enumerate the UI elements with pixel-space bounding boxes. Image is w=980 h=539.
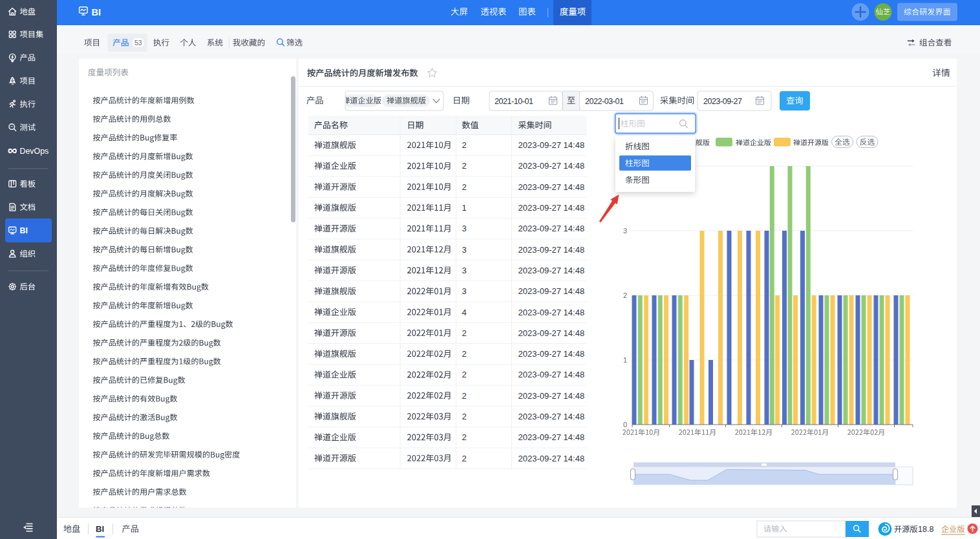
svg-text:2: 2 <box>623 291 627 299</box>
svg-text:3: 3 <box>462 266 467 275</box>
svg-text:BI: BI <box>96 524 104 534</box>
svg-text:2: 2 <box>462 454 467 463</box>
svg-text:BI: BI <box>20 226 28 235</box>
svg-text:2: 2 <box>462 391 467 401</box>
svg-text:2: 2 <box>462 349 467 359</box>
svg-text:2023-09-27 14:48: 2023-09-27 14:48 <box>518 308 585 317</box>
svg-text:2023-09-27 14:48: 2023-09-27 14:48 <box>518 391 585 401</box>
svg-text:2023-09-27 14:48: 2023-09-27 14:48 <box>518 349 585 359</box>
svg-text:1: 1 <box>623 356 627 364</box>
svg-text:53: 53 <box>134 39 142 47</box>
svg-text:DevOps: DevOps <box>20 147 49 156</box>
svg-text:2023-09-27 14:48: 2023-09-27 14:48 <box>518 432 585 442</box>
svg-text:2022-03-01: 2022-03-01 <box>585 97 624 106</box>
svg-text:2023-09-27 14:48: 2023-09-27 14:48 <box>518 245 585 255</box>
svg-text:18.8: 18.8 <box>918 525 934 534</box>
svg-text:3: 3 <box>623 227 627 235</box>
svg-text:3: 3 <box>462 286 467 296</box>
svg-text:2: 2 <box>462 432 467 442</box>
svg-text:2021-10-01: 2021-10-01 <box>495 97 533 106</box>
svg-text:2023-09-27 14:48: 2023-09-27 14:48 <box>518 454 585 463</box>
svg-text:2: 2 <box>462 161 467 171</box>
svg-text:2023-09-27 14:48: 2023-09-27 14:48 <box>518 224 585 233</box>
svg-text:2023-09-27 14:48: 2023-09-27 14:48 <box>518 203 585 213</box>
svg-text:0: 0 <box>623 421 627 428</box>
svg-text:2: 2 <box>462 182 467 192</box>
svg-text:1: 1 <box>462 203 467 213</box>
svg-text:4: 4 <box>462 308 467 317</box>
svg-text:2023-09-27 14:48: 2023-09-27 14:48 <box>518 286 585 296</box>
svg-text:3: 3 <box>462 245 467 255</box>
svg-text:2023-09-27 14:48: 2023-09-27 14:48 <box>518 161 585 171</box>
svg-text:2023-09-27 14:48: 2023-09-27 14:48 <box>518 266 585 275</box>
svg-text:2: 2 <box>462 412 467 421</box>
svg-text:2: 2 <box>462 370 467 379</box>
svg-text:2023-09-27 14:48: 2023-09-27 14:48 <box>518 182 585 192</box>
svg-text:BI: BI <box>92 7 101 17</box>
svg-text:3: 3 <box>462 224 467 233</box>
svg-text:2023-09-27 14:48: 2023-09-27 14:48 <box>518 140 585 150</box>
svg-text:2023-09-27 14:48: 2023-09-27 14:48 <box>518 412 585 421</box>
svg-text:2023-09-27 14:48: 2023-09-27 14:48 <box>518 328 585 338</box>
svg-text:2: 2 <box>462 140 467 150</box>
svg-text:2: 2 <box>462 328 467 338</box>
svg-text:2023-09-27 14:48: 2023-09-27 14:48 <box>518 370 585 379</box>
svg-text:2023-09-27: 2023-09-27 <box>703 97 742 106</box>
